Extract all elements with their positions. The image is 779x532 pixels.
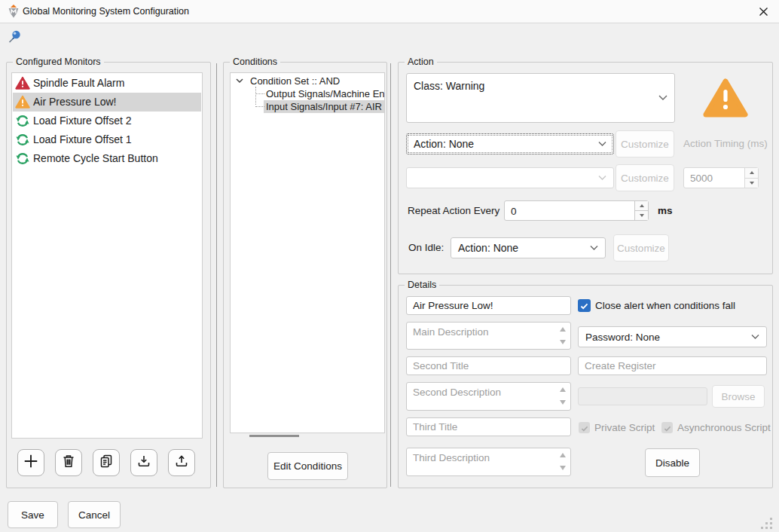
second-description-textarea[interactable] xyxy=(406,382,571,411)
condition-child-label: Input Signals/Input #7: AIR P xyxy=(266,100,385,113)
customize-secondary-button[interactable]: Customize xyxy=(616,164,674,191)
browse-button[interactable]: Browse xyxy=(712,385,765,408)
scroll-down-icon[interactable] xyxy=(560,466,566,470)
repeat-interval-spinner[interactable]: 0 xyxy=(504,200,649,221)
monitor-row-spindle-fault-alarm[interactable]: Spindle Fault Alarm xyxy=(13,74,201,93)
create-register-label: Create Register xyxy=(585,360,656,371)
close-alert-checkbox[interactable] xyxy=(578,299,591,312)
monitor-row-remote-cycle-start-button[interactable]: Remote Cycle Start Button xyxy=(13,149,201,168)
customize-primary-button[interactable]: Customize xyxy=(616,130,674,157)
create-register-field[interactable]: Create Register xyxy=(578,356,767,375)
scroll-up-icon[interactable] xyxy=(560,387,566,392)
monitor-row-air-pressure-low[interactable]: Air Pressure Low! xyxy=(13,93,201,112)
trash-icon xyxy=(61,454,76,472)
action-timing-spinner[interactable]: 5000 xyxy=(683,167,759,188)
condition-set-label: Condition Set :: AND xyxy=(250,75,340,87)
cancel-label: Cancel xyxy=(78,509,110,521)
monitor-row-load-fixture-offset-2[interactable]: Load Fixture Offset 2 xyxy=(13,112,201,130)
spinner-down-icon[interactable] xyxy=(635,210,648,220)
edit-conditions-button[interactable]: Edit Conditions xyxy=(267,452,348,480)
scroll-up-icon[interactable] xyxy=(560,453,566,457)
alert-title-input[interactable] xyxy=(406,296,571,315)
monitor-label: Air Pressure Low! xyxy=(33,93,116,112)
third-description-textarea[interactable] xyxy=(406,448,571,476)
condition-set-node[interactable]: Condition Set :: AND xyxy=(231,75,384,87)
chevron-down-icon xyxy=(598,142,606,147)
primary-action-select[interactable]: Action: None xyxy=(406,133,614,154)
condition-child-output-signals[interactable]: Output Signals/Machine Ena xyxy=(231,87,384,100)
second-title-input[interactable] xyxy=(406,356,571,375)
conditions-tree[interactable]: Condition Set :: AND Output Signals/Mach… xyxy=(230,72,385,433)
browse-label: Browse xyxy=(721,391,755,402)
on-idle-label: On Idle: xyxy=(408,237,444,258)
save-button[interactable]: Save xyxy=(8,501,58,528)
private-script-checkbox xyxy=(579,422,590,433)
global-monitoring-config-window: Global Monitoring System Configuration C… xyxy=(0,0,779,532)
check-icon xyxy=(664,421,671,435)
customize-on-idle-button[interactable]: Customize xyxy=(613,234,669,261)
pushpin-icon[interactable] xyxy=(8,29,23,44)
secondary-action-select[interactable] xyxy=(406,167,614,188)
horizontal-scrollbar-thumb[interactable] xyxy=(249,435,299,437)
spinner-down-icon[interactable] xyxy=(745,178,758,188)
conditions-group-label: Conditions xyxy=(230,57,280,67)
disable-button[interactable]: Disable xyxy=(645,448,700,477)
chevron-down-icon[interactable] xyxy=(236,78,243,84)
scroll-up-icon[interactable] xyxy=(560,327,566,332)
splitter-conditions-action[interactable] xyxy=(390,63,391,487)
third-title-input[interactable] xyxy=(406,417,571,436)
sync-icon xyxy=(15,114,30,128)
close-alert-label: Close alert when conditions fall xyxy=(595,299,735,312)
customize-label: Customize xyxy=(621,173,669,184)
duplicate-monitor-button[interactable] xyxy=(93,449,120,476)
import-monitor-button[interactable] xyxy=(130,449,157,476)
splitter-monitors-conditions[interactable] xyxy=(216,63,217,487)
window-title: Global Monitoring System Configuration xyxy=(23,0,189,23)
details-group-label: Details xyxy=(405,280,439,290)
monitors-list[interactable]: Spindle Fault Alarm Air Pressure Low! xyxy=(11,72,203,439)
condition-child-label: Output Signals/Machine Ena xyxy=(266,87,385,100)
async-script-checkbox xyxy=(661,422,673,433)
repeat-interval-value: 0 xyxy=(511,205,517,216)
details-group: Details Close alert when conditions fall… xyxy=(398,285,773,488)
check-icon xyxy=(581,421,588,435)
action-timing-label: Action Timing (ms) xyxy=(683,133,768,154)
disable-label: Disable xyxy=(655,457,689,469)
monitor-label: Spindle Fault Alarm xyxy=(33,74,124,93)
duplicate-icon xyxy=(99,454,114,472)
private-script-label: Private Script xyxy=(594,421,655,434)
edit-conditions-label: Edit Conditions xyxy=(273,460,342,472)
scroll-down-icon[interactable] xyxy=(560,340,566,344)
check-icon xyxy=(580,299,588,313)
class-select-value: Class: Warning xyxy=(414,80,484,92)
close-icon[interactable] xyxy=(752,2,774,21)
sync-icon xyxy=(15,133,30,147)
chevron-down-icon xyxy=(590,246,598,251)
conditions-group: Conditions Condition Set :: AND Output S… xyxy=(223,62,387,488)
monitor-row-load-fixture-offset-1[interactable]: Load Fixture Offset 1 xyxy=(13,130,201,149)
app-logo-icon xyxy=(7,5,20,18)
add-monitor-button[interactable] xyxy=(17,449,44,476)
chevron-down-icon xyxy=(658,95,667,101)
scroll-down-icon[interactable] xyxy=(560,400,566,405)
password-select[interactable]: Password: None xyxy=(578,326,767,347)
export-monitor-button[interactable] xyxy=(168,449,195,476)
spinner-up-icon[interactable] xyxy=(635,201,648,210)
save-label: Save xyxy=(21,509,44,521)
delete-monitor-button[interactable] xyxy=(55,449,82,476)
monitor-label: Remote Cycle Start Button xyxy=(33,149,158,168)
primary-action-select-value: Action: None xyxy=(414,138,474,150)
on-idle-action-select[interactable]: Action: None xyxy=(451,237,606,258)
tree-connector xyxy=(255,93,264,94)
configured-monitors-group: Configured Monitors Spindle Fault Alarm xyxy=(6,62,211,488)
spinner-up-icon[interactable] xyxy=(745,168,758,178)
action-timing-value: 5000 xyxy=(690,173,713,184)
cancel-button[interactable]: Cancel xyxy=(68,501,121,528)
alert-orange-icon xyxy=(15,95,30,109)
alert-red-icon xyxy=(15,76,30,90)
export-icon xyxy=(174,454,189,472)
main-description-textarea[interactable] xyxy=(406,322,571,350)
class-select[interactable]: Class: Warning xyxy=(406,73,675,123)
condition-child-input-signals[interactable]: Input Signals/Input #7: AIR P xyxy=(231,100,384,113)
action-group: Action Class: Warning Action: None Custo… xyxy=(398,62,773,274)
